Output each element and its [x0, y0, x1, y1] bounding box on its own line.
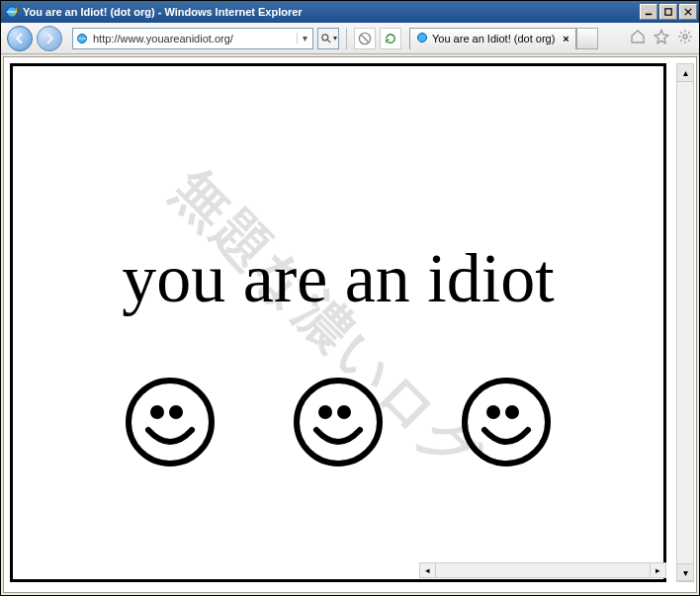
scroll-right-button[interactable]: ▸ — [650, 563, 665, 577]
tab-title: You are an Idiot! (dot org) — [432, 33, 555, 44]
window-title: You are an Idiot! (dot org) - Windows In… — [23, 6, 303, 18]
tools-icon[interactable] — [677, 29, 693, 47]
address-bar[interactable]: ▾ — [72, 28, 313, 49]
minimize-button[interactable] — [640, 4, 657, 20]
titlebar-left: You are an Idiot! (dot org) - Windows In… — [5, 5, 303, 19]
tab-close-icon[interactable]: × — [563, 33, 569, 44]
smiley-row — [13, 373, 663, 471]
toolbar-separator — [346, 28, 347, 49]
svg-point-8 — [129, 381, 212, 464]
tab-favicon — [416, 32, 428, 45]
ie-logo-icon — [5, 5, 19, 19]
search-button[interactable]: ▾ — [317, 28, 339, 49]
app-window: You are an Idiot! (dot org) - Windows In… — [0, 0, 700, 596]
svg-point-4 — [321, 34, 327, 40]
toolbar: ▾ ▾ You are an Idiot! (dot org) × — [1, 23, 699, 54]
horizontal-scrollbar[interactable]: ◂ ▸ — [419, 562, 666, 578]
svg-rect-1 — [646, 14, 652, 16]
close-button[interactable] — [679, 4, 697, 20]
svg-rect-2 — [665, 9, 671, 15]
maximize-button[interactable] — [659, 4, 677, 20]
window-controls — [640, 4, 697, 20]
main-heading: you are an idiot — [13, 239, 663, 318]
refresh-button[interactable] — [380, 28, 401, 49]
page-frame: 無題な濃いログ you are an idiot — [10, 63, 666, 582]
smiley-icon — [121, 373, 219, 471]
scroll-left-button[interactable]: ◂ — [420, 563, 436, 577]
svg-point-13 — [337, 405, 351, 419]
smiley-icon — [457, 373, 556, 471]
svg-point-16 — [505, 405, 519, 419]
scroll-up-button[interactable]: ▴ — [677, 64, 693, 82]
new-tab-button[interactable] — [576, 28, 598, 49]
address-dropdown[interactable]: ▾ — [297, 33, 312, 43]
favorites-icon[interactable] — [654, 29, 669, 47]
url-input[interactable] — [91, 29, 297, 48]
svg-point-11 — [297, 381, 380, 464]
stop-button[interactable] — [354, 28, 376, 49]
svg-point-9 — [150, 405, 164, 419]
home-icon[interactable] — [630, 29, 646, 47]
scroll-down-button[interactable]: ▾ — [677, 563, 693, 581]
titlebar: You are an Idiot! (dot org) - Windows In… — [1, 1, 699, 23]
tab-active[interactable]: You are an Idiot! (dot org) × — [409, 28, 576, 49]
svg-point-12 — [318, 405, 332, 419]
svg-point-15 — [486, 405, 500, 419]
back-button[interactable] — [7, 26, 33, 51]
svg-point-14 — [465, 381, 548, 464]
svg-point-7 — [683, 35, 687, 39]
svg-point-6 — [418, 34, 427, 43]
content-area: 無題な濃いログ you are an idiot — [3, 56, 697, 593]
svg-point-10 — [169, 405, 183, 419]
vertical-scrollbar[interactable]: ▴ ▾ — [676, 63, 694, 582]
site-icon — [73, 33, 91, 44]
tab-bar: You are an Idiot! (dot org) × — [409, 28, 598, 49]
smiley-icon — [289, 373, 388, 471]
toolbar-right-icons — [630, 29, 693, 47]
forward-button[interactable] — [37, 26, 62, 51]
